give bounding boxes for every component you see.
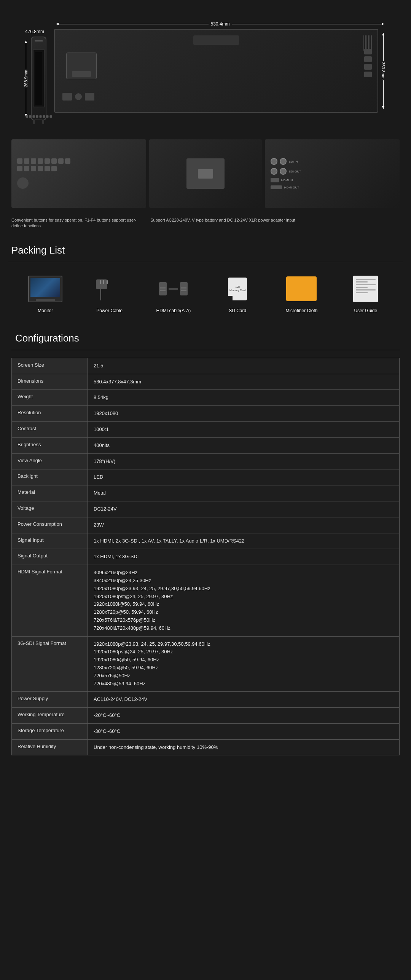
port — [62, 93, 72, 101]
config-value: 1x HDMI, 1x 3G-SDI — [88, 549, 400, 565]
port — [75, 93, 82, 100]
packing-label-hdmi: HDMI cable(A-A) — [156, 308, 191, 313]
port-circle — [271, 158, 277, 165]
sdcard-body: 128Memory Card — [228, 278, 247, 300]
feature-captions: Convenient buttons for easy operation, F… — [8, 215, 403, 237]
config-label: HDMI Signal Format — [12, 565, 88, 636]
port-circle — [271, 168, 277, 175]
config-label: Material — [12, 485, 88, 501]
config-row: VoltageDC12-24V — [12, 501, 400, 517]
guide-line — [356, 284, 376, 285]
config-label: Brightness — [12, 437, 88, 453]
button-sq — [38, 166, 43, 171]
button-sq — [31, 166, 36, 171]
back-vents — [363, 35, 372, 51]
packing-item-cloth: Microfiber Cloth — [282, 274, 320, 313]
cable-head — [96, 279, 107, 289]
config-row: Working Temperature-20°C~60°C — [12, 708, 400, 724]
config-row: Storage Temperature-30°C~60°C — [12, 723, 400, 739]
ctrl-dot — [39, 115, 41, 118]
sdcard-icon-shape: 128Memory Card — [224, 276, 251, 302]
ports-panel-mockup: SDI IN SDI OUT HDMI IN HDMI OUT — [265, 139, 400, 208]
config-value: Metal — [88, 485, 400, 501]
hdmi-pin — [160, 287, 166, 287]
config-label: View Angle — [12, 453, 88, 469]
prong — [103, 280, 104, 284]
configurations-section: Configurations Screen Size21.5Dimensions… — [8, 321, 403, 760]
config-value: 4096x2160p@24Hz3840x2160p@24,25,30Hz1920… — [88, 565, 400, 636]
config-row: HDMI Signal Format4096x2160p@24Hz3840x21… — [12, 565, 400, 636]
config-label: Working Temperature — [12, 708, 88, 724]
guide-icon — [347, 274, 385, 304]
config-label: Signal Input — [12, 533, 88, 549]
ctrl-dot — [43, 115, 45, 118]
cable-icon — [90, 274, 128, 304]
button-sq — [24, 166, 29, 171]
ctrl-dot — [36, 115, 38, 118]
port-rect — [271, 178, 279, 182]
config-table: Screen Size21.5Dimensions530.4x377.8x47.… — [11, 358, 400, 756]
stand-right — [42, 120, 45, 124]
monitor-icon-shape — [28, 276, 62, 302]
config-label: Dimensions — [12, 374, 88, 390]
packing-label-guide: User Guide — [354, 308, 377, 313]
config-row: MaterialMetal — [12, 485, 400, 501]
cable-prongs — [100, 280, 108, 284]
config-label: Power Consumption — [12, 517, 88, 533]
button-sq — [17, 166, 22, 171]
packing-label-sdcard: SD Card — [229, 308, 246, 313]
config-value: -30°C~60°C — [88, 723, 400, 739]
config-label: Power Supply — [12, 692, 88, 708]
sdcard-icon: 128Memory Card — [218, 274, 256, 304]
front-view: 476.8mm 268.9mm — [15, 19, 46, 120]
config-row: Dimensions530.4x377.8x47.3mm — [12, 374, 400, 390]
monitor-screen — [33, 49, 45, 107]
config-label: Resolution — [12, 406, 88, 422]
ctrl-dot — [46, 115, 48, 118]
config-row: Contrast1000:1 — [12, 421, 400, 437]
config-label: Contrast — [12, 421, 88, 437]
button-sq — [45, 166, 50, 171]
packing-item-monitor: Monitor — [26, 274, 64, 313]
battery-plate — [186, 158, 225, 189]
config-value: AC110-240V, DC12-24V — [88, 692, 400, 708]
hdmi-icon — [155, 274, 193, 304]
config-row: Signal Input1x HDMI, 2x 3G-SDI, 1x AV, 1… — [12, 533, 400, 549]
config-row: Weight8.54kg — [12, 390, 400, 406]
config-value: 23W — [88, 517, 400, 533]
page-wrapper: 476.8mm 268.9mm — [0, 0, 411, 771]
cloth-icon — [282, 274, 320, 304]
config-label: Voltage — [12, 501, 88, 517]
button-sq — [31, 158, 36, 164]
config-tbody: Screen Size21.5Dimensions530.4x377.8x47.… — [12, 358, 400, 755]
hdmi-pin — [160, 289, 166, 289]
guide-line — [356, 281, 368, 283]
config-row: BacklightLED — [12, 469, 400, 485]
config-row: Screen Size21.5 — [12, 358, 400, 374]
sdcard-notch — [228, 296, 233, 300]
config-row: 3G-SDI Signal Format1920x1080p@23.93, 24… — [12, 636, 400, 692]
feature-image-ports: SDI IN SDI OUT HDMI IN HDMI OUT — [265, 139, 400, 208]
monitor-back-image — [54, 29, 378, 113]
button-sq — [51, 166, 57, 171]
config-row: View Angle178°(H/V) — [12, 453, 400, 469]
config-row: Signal Output1x HDMI, 1x 3G-SDI — [12, 549, 400, 565]
config-value: 21.5 — [88, 358, 400, 374]
ctrl-dot — [32, 115, 35, 118]
guide-line — [356, 289, 376, 290]
config-value: 530.4x377.8x47.3mm — [88, 374, 400, 390]
hdmi-cable-wire — [169, 288, 178, 290]
packing-item-guide: User Guide — [347, 274, 385, 313]
width-label: 476.8mm — [23, 29, 46, 34]
config-value: 400nits — [88, 437, 400, 453]
packing-item-hdmi: HDMI cable(A-A) — [155, 274, 193, 313]
hdmi-pin — [181, 287, 186, 287]
caption-buttons: Convenient buttons for easy operation, F… — [11, 217, 147, 229]
config-label: 3G-SDI Signal Format — [12, 636, 88, 692]
monitor-base-icon — [36, 299, 55, 301]
feature-image-buttons — [11, 139, 146, 208]
sdcard-label: 128Memory Card — [229, 286, 245, 292]
config-label: Backlight — [12, 469, 88, 485]
config-value: 1x HDMI, 2x 3G-SDI, 1x AV, 1x TALLY, 1x … — [88, 533, 400, 549]
back-height-label: 350.8mm — [381, 61, 386, 80]
